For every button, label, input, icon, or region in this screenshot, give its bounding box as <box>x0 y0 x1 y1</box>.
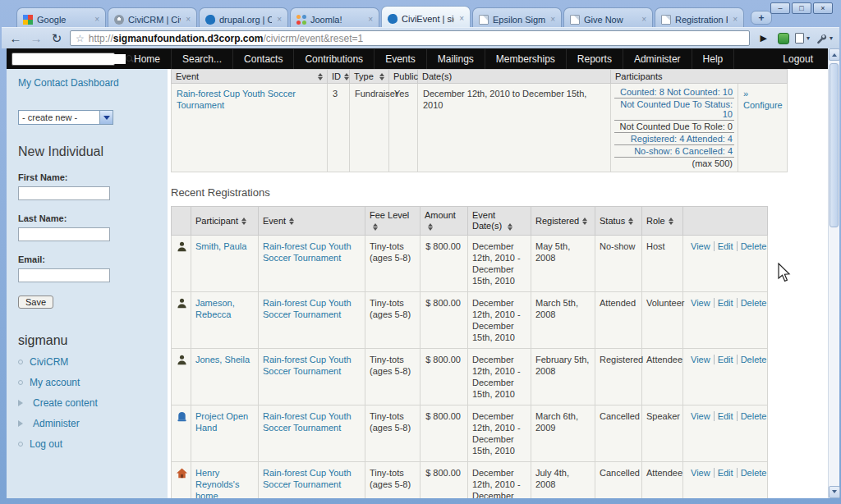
sidebar-item-create-content[interactable]: Create content <box>18 397 158 409</box>
bookmark-star-icon[interactable]: ☆ <box>76 33 85 44</box>
sidebar-link-label[interactable]: Administer <box>33 418 80 429</box>
view-link[interactable]: View <box>687 241 714 251</box>
nav-item-contacts[interactable]: Contacts <box>233 49 294 69</box>
vertical-scrollbar[interactable] <box>828 48 839 498</box>
go-icon[interactable]: ▶ <box>756 33 772 44</box>
view-link[interactable]: View <box>687 468 714 478</box>
save-button[interactable]: Save <box>18 296 53 309</box>
nav-item-logout[interactable]: Logout <box>773 49 823 69</box>
view-link[interactable]: View <box>687 355 714 364</box>
sort-icon[interactable] <box>373 223 378 231</box>
tab-drupal[interactable]: drupal.org | Co... × <box>199 7 288 27</box>
column-header-public[interactable]: Public <box>389 70 418 84</box>
scroll-up-icon[interactable] <box>829 48 840 61</box>
delete-link[interactable]: Delete <box>737 468 770 478</box>
participant-link[interactable]: Henry Reynolds's home <box>195 468 239 498</box>
last-name-field[interactable] <box>18 227 110 241</box>
tab-close-icon[interactable]: × <box>732 15 738 24</box>
column-header-participant[interactable]: Participant <box>191 207 259 236</box>
sidebar-link-label[interactable]: Create content <box>33 397 98 409</box>
tab-registration-form[interactable]: Registration Form × <box>655 7 744 27</box>
extension-icon[interactable] <box>778 33 789 44</box>
maximize-button[interactable]: □ <box>792 2 811 14</box>
nav-item-administer[interactable]: Administer <box>623 49 692 69</box>
event-link[interactable]: Rain-forest Cup Youth Soccer Tournament <box>263 468 352 489</box>
nav-item-reports[interactable]: Reports <box>567 49 623 69</box>
participant-link[interactable]: Jones, Sheila <box>195 355 250 364</box>
sort-icon[interactable] <box>628 218 633 225</box>
search-icon[interactable] <box>126 55 134 63</box>
registered-attended-link[interactable]: Registered: 4 Attended: 4 <box>631 134 733 144</box>
nav-item-events[interactable]: Events <box>375 49 427 69</box>
participant-link[interactable]: Project Open Hand <box>195 411 248 433</box>
sidebar-item-log-out[interactable]: Log out <box>18 438 158 450</box>
address-bar[interactable]: ☆ http://sigmanufoundation.d3corp.com/ci… <box>70 30 750 46</box>
sort-icon[interactable] <box>241 218 246 225</box>
crm-search-input[interactable] <box>12 54 126 64</box>
tab-close-icon[interactable]: × <box>458 14 465 23</box>
edit-link[interactable]: Edit <box>714 411 737 421</box>
column-header-status[interactable]: Status <box>595 207 642 236</box>
column-header-amount[interactable]: Amount <box>420 207 468 236</box>
sort-icon[interactable] <box>289 218 294 225</box>
column-header-event[interactable]: Event <box>259 207 365 236</box>
sort-icon[interactable] <box>318 73 323 80</box>
tab-civievent-active[interactable]: CiviEvent | sigm... × <box>381 6 471 27</box>
sidebar-link-label[interactable]: My account <box>30 377 80 388</box>
delete-link[interactable]: Delete <box>737 355 770 364</box>
page-menu[interactable]: ▾ <box>795 33 810 44</box>
nav-item-search[interactable]: Search... <box>172 49 233 69</box>
not-counted-status-link[interactable]: Not Counted Due To Status: 10 <box>620 99 733 119</box>
column-header-id[interactable]: ID <box>328 70 350 84</box>
participant-link[interactable]: Smith, Paula <box>195 241 246 251</box>
sort-icon[interactable] <box>508 223 512 231</box>
column-header-registered[interactable]: Registered <box>531 207 595 236</box>
column-header-dates[interactable]: Date(s) <box>418 70 611 84</box>
nav-item-help[interactable]: Help <box>692 49 735 69</box>
nav-item-contributions[interactable]: Contributions <box>294 49 375 69</box>
tab-civicrm[interactable]: CiviCRM | CiviC... × <box>108 7 197 27</box>
tab-close-icon[interactable]: × <box>641 15 647 24</box>
crm-search-box[interactable] <box>11 53 115 66</box>
sort-icon[interactable] <box>344 73 349 80</box>
tab-close-icon[interactable]: × <box>549 15 556 24</box>
tab-joomla[interactable]: Joomla! × <box>290 7 379 27</box>
first-name-field[interactable] <box>18 186 110 200</box>
sidebar-item-administer[interactable]: Administer <box>18 418 158 429</box>
create-new-select[interactable]: - create new - <box>18 110 113 125</box>
reload-icon[interactable]: ↻ <box>49 32 64 44</box>
tab-give-now[interactable]: Give Now × <box>563 7 653 27</box>
edit-link[interactable]: Edit <box>714 468 737 478</box>
tab-close-icon[interactable]: × <box>94 15 100 24</box>
view-link[interactable]: View <box>687 411 714 421</box>
nav-item-mailings[interactable]: Mailings <box>427 49 485 69</box>
edit-link[interactable]: Edit <box>714 298 737 308</box>
event-link[interactable]: Rain-forest Cup Youth Soccer Tournament <box>263 241 352 263</box>
tab-close-icon[interactable]: × <box>276 15 283 24</box>
scrollbar-thumb[interactable] <box>830 63 839 227</box>
tab-epsilon-sigma[interactable]: Epsilon Sigma Al... × <box>472 7 562 27</box>
sort-icon[interactable] <box>428 223 433 231</box>
tab-close-icon[interactable]: × <box>367 15 374 24</box>
close-button[interactable]: × <box>813 2 833 14</box>
tab-close-icon[interactable]: × <box>185 15 191 24</box>
sort-icon[interactable] <box>669 218 673 225</box>
configure-link[interactable]: » Configure <box>743 89 783 110</box>
email-field[interactable] <box>18 268 110 282</box>
event-link[interactable]: Rain-forest Cup Youth Soccer Tournament <box>263 411 352 433</box>
noshow-cancelled-link[interactable]: No-show: 6 Cancelled: 4 <box>634 146 733 156</box>
participant-link[interactable]: Jameson, Rebecca <box>195 298 235 319</box>
event-title-link[interactable]: Rain-forest Cup Youth Soccer Tournament <box>177 89 296 110</box>
tab-google[interactable]: Google × <box>16 7 106 27</box>
column-header-type[interactable]: Type <box>350 70 389 84</box>
sort-icon[interactable] <box>379 73 384 80</box>
column-header-event[interactable]: Event <box>172 70 328 84</box>
event-link[interactable]: Rain-forest Cup Youth Soccer Tournament <box>263 298 352 319</box>
edit-link[interactable]: Edit <box>714 241 737 251</box>
column-header-role[interactable]: Role <box>642 207 683 236</box>
view-link[interactable]: View <box>687 298 714 308</box>
edit-link[interactable]: Edit <box>714 355 737 364</box>
sidebar-link-label[interactable]: CiviCRM <box>30 356 68 368</box>
back-icon[interactable]: ← <box>8 32 23 44</box>
counted-link[interactable]: Counted: 8 Not Counted: 10 <box>620 87 733 97</box>
